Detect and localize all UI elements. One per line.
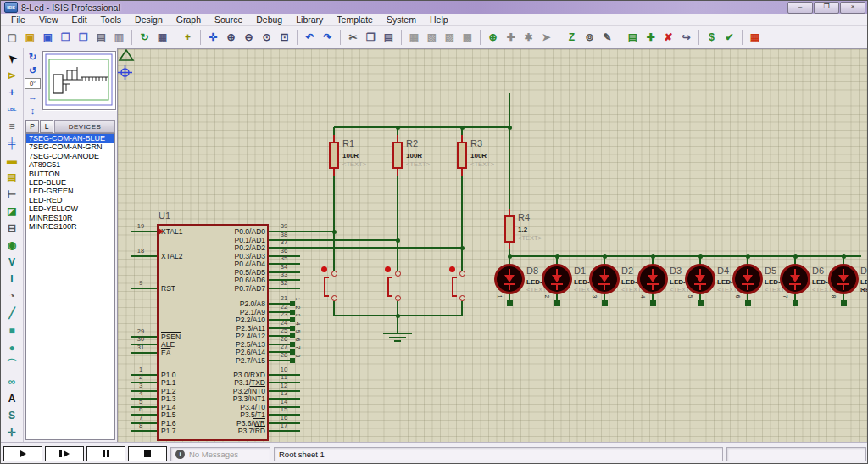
origin-icon[interactable]: +	[180, 29, 196, 45]
ground-symbol[interactable]	[389, 337, 406, 338]
block-copy-icon[interactable]: ▦	[406, 29, 422, 45]
mirror-vertical-button[interactable]: ↕	[26, 104, 40, 116]
menu-item-source[interactable]: Source	[208, 14, 249, 25]
menu-item-help[interactable]: Help	[423, 14, 455, 25]
design-explorer-icon[interactable]: ▤	[625, 29, 641, 45]
maximize-button[interactable]: ❒	[814, 2, 839, 14]
block-move-icon[interactable]: ▧	[424, 29, 440, 45]
graph-mode-icon[interactable]: ◪	[3, 204, 21, 220]
rotate-anticlockwise-button[interactable]: ↺	[26, 64, 40, 76]
wire-segment[interactable]	[397, 316, 398, 333]
wire-segment[interactable]	[131, 352, 157, 354]
menu-item-tools[interactable]: Tools	[94, 14, 129, 25]
led-d3[interactable]	[637, 264, 668, 294]
wire-segment[interactable]	[334, 126, 509, 128]
redraw-icon[interactable]: ↻	[136, 29, 153, 45]
zoom-area-icon[interactable]: ⊡	[276, 29, 292, 45]
wire-segment[interactable]	[397, 135, 398, 142]
led-d4[interactable]	[685, 264, 715, 294]
2d-symbol-mode-icon[interactable]: S	[3, 408, 21, 424]
menu-item-file[interactable]: File	[4, 14, 32, 25]
wire-segment[interactable]	[269, 288, 300, 289]
zoom-in-icon[interactable]: ⊕	[223, 29, 239, 45]
play-button[interactable]	[3, 446, 42, 461]
wire-segment[interactable]	[509, 93, 510, 209]
device-item-minres10r[interactable]: MINRES10R	[26, 214, 114, 222]
open-folder-icon[interactable]: ▣	[22, 29, 38, 45]
pause-button[interactable]	[86, 446, 125, 461]
bill-of-materials-icon[interactable]: $	[704, 29, 720, 45]
rotation-angle-field[interactable]: 0°	[25, 78, 41, 89]
generator-mode-icon[interactable]: ◉	[3, 238, 21, 254]
device-item-led-yellow[interactable]: LED-YELLOW	[26, 204, 114, 213]
resistor-r3[interactable]	[457, 142, 467, 169]
toggle-grid-icon[interactable]: ▦	[154, 29, 170, 45]
goto-sheet-icon[interactable]: ↪	[678, 29, 694, 45]
2d-box-mode-icon[interactable]: ■	[3, 322, 21, 338]
netlist-to-ares-icon[interactable]: ▦	[747, 29, 763, 45]
menu-item-system[interactable]: System	[380, 14, 423, 25]
led-terminal-5[interactable]	[698, 300, 704, 306]
wire-autorouter-icon[interactable]: Z	[564, 29, 580, 45]
device-item-7seg-com-an-grn[interactable]: 7SEG-COM-AN-GRN	[26, 143, 114, 151]
wire-segment[interactable]	[131, 288, 157, 289]
remove-sheet-icon[interactable]: ✘	[660, 29, 676, 45]
wire-label-mode-icon[interactable]: LBL	[3, 102, 21, 118]
led-terminal-6[interactable]	[745, 300, 751, 306]
device-item-at89c51[interactable]: AT89C51	[26, 160, 114, 169]
junction-dot-mode-icon[interactable]: +	[3, 85, 21, 101]
device-item-button[interactable]: BUTTON	[26, 170, 114, 178]
resistor-r2[interactable]	[392, 142, 403, 169]
device-item-7seg-com-an-blue[interactable]: 7SEG-COM-AN-BLUE	[26, 134, 114, 143]
print-icon[interactable]: ▤	[93, 29, 109, 45]
led-terminal-7[interactable]	[793, 300, 798, 306]
tape-recorder-mode-icon[interactable]: ⊟	[3, 221, 21, 237]
device-item-led-red[interactable]: LED-RED	[26, 196, 114, 204]
led-d5[interactable]	[732, 264, 763, 294]
device-item-led-blue[interactable]: LED-BLUE	[26, 178, 114, 187]
led-terminal-1[interactable]	[507, 300, 513, 306]
selection-mode-icon[interactable]: ➤	[3, 51, 21, 67]
device-pins-mode-icon[interactable]: ⊢	[3, 187, 21, 203]
block-rotate-icon[interactable]: ▨	[442, 29, 458, 45]
wire-segment[interactable]	[509, 255, 861, 257]
new-sheet-icon[interactable]: ✚	[643, 29, 659, 45]
schematic-canvas[interactable]: R1100R<TEXT>R2100R<TEXT>R3100R<TEXT>R41.…	[117, 48, 868, 442]
wire-segment[interactable]	[333, 135, 335, 142]
led-d7[interactable]	[828, 264, 859, 294]
resistor-r1[interactable]	[329, 142, 339, 169]
rotate-clockwise-button[interactable]: ↻	[26, 51, 40, 63]
menu-item-debug[interactable]: Debug	[249, 14, 289, 25]
push-button-2[interactable]	[395, 271, 401, 277]
stop-button[interactable]	[128, 446, 167, 461]
close-button[interactable]: ×	[840, 2, 865, 14]
push-button-1[interactable]	[331, 295, 337, 301]
menu-item-template[interactable]: Template	[330, 14, 380, 25]
schematic-overview-window[interactable]	[42, 51, 116, 110]
push-button-3[interactable]	[459, 271, 465, 277]
new-file-icon[interactable]: ▢	[4, 29, 20, 45]
buses-mode-icon[interactable]: ╪	[3, 136, 21, 152]
library-manager-button[interactable]: L	[40, 120, 53, 133]
save-file-icon[interactable]: ▣	[40, 29, 56, 45]
push-button-2[interactable]	[395, 295, 401, 301]
wire-segment[interactable]	[509, 209, 510, 215]
wire-segment[interactable]	[461, 135, 463, 142]
led-terminal-3[interactable]	[602, 300, 608, 306]
zoom-all-icon[interactable]: ⊙	[259, 29, 275, 45]
wire-segment[interactable]	[269, 247, 462, 249]
wire-segment[interactable]	[509, 243, 510, 249]
device-item-minres100r[interactable]: MINRES100R	[26, 222, 114, 231]
copy-icon[interactable]: ❐	[363, 29, 379, 45]
wire-segment[interactable]	[397, 176, 398, 271]
marker-mode-icon[interactable]: ✛	[3, 425, 21, 441]
search-tag-icon[interactable]: ⊚	[581, 29, 598, 45]
export-file-icon[interactable]: ❒	[75, 29, 92, 45]
ground-symbol[interactable]	[394, 340, 401, 342]
import-file-icon[interactable]: ❐	[58, 29, 74, 45]
virtual-instruments-mode-icon[interactable]: ◔	[3, 288, 21, 305]
pick-device-icon[interactable]: ⊕	[485, 29, 501, 45]
mirror-horizontal-button[interactable]: ↔	[26, 91, 40, 103]
wire-segment[interactable]	[333, 176, 335, 271]
menu-item-edit[interactable]: Edit	[65, 14, 94, 25]
